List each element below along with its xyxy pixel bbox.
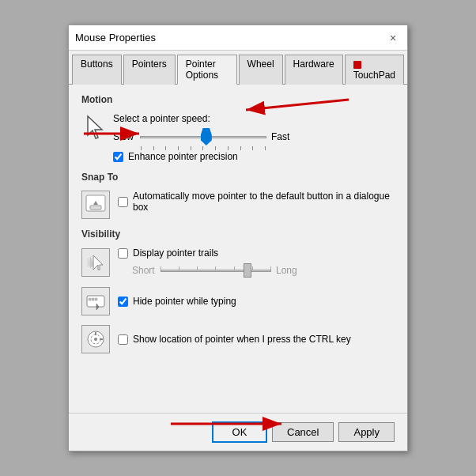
speed-slider-thumb[interactable] [201, 128, 212, 145]
speed-select-label: Select a pointer speed: [113, 113, 395, 124]
snap-to-label: Automatically move pointer to the defaul… [133, 191, 395, 213]
hide-typing-label: Hide pointer while typing [133, 296, 236, 307]
dialog-title: Mouse Properties [75, 32, 156, 43]
tab-pointers[interactable]: Pointers [123, 55, 176, 85]
show-ctrl-checkbox-row: Show location of pointer when I press th… [118, 334, 351, 345]
tab-hardware[interactable]: Hardware [285, 55, 343, 85]
tab-pointer-options[interactable]: Pointer Options [177, 55, 237, 85]
hide-typing-icon [81, 287, 110, 315]
show-ctrl-row: Show location of pointer when I press th… [81, 325, 395, 353]
snap-to-row: Automatically move pointer to the defaul… [81, 191, 395, 219]
tab-hardware-label: Hardware [293, 59, 334, 70]
svg-rect-13 [92, 298, 94, 300]
trails-checkbox[interactable] [118, 248, 128, 259]
short-label: Short [132, 265, 156, 276]
enhance-precision-checkbox[interactable] [113, 152, 123, 162]
svg-rect-12 [89, 298, 91, 300]
show-ctrl-icon [81, 325, 110, 353]
snap-to-title: Snap To [81, 172, 395, 183]
svg-marker-8 [93, 255, 103, 270]
fast-label: Fast [271, 131, 293, 142]
svg-rect-6 [90, 206, 101, 210]
long-label: Long [276, 265, 300, 276]
close-button[interactable]: × [385, 30, 401, 46]
hide-typing-checkbox[interactable] [118, 297, 128, 307]
trails-slider-thumb[interactable] [244, 263, 251, 278]
svg-point-18 [94, 338, 97, 341]
tab-buttons-label: Buttons [81, 59, 113, 70]
title-bar: Mouse Properties × [69, 25, 407, 51]
mouse-properties-dialog: Mouse Properties × Buttons Pointers Poin… [68, 25, 408, 451]
tab-wheel[interactable]: Wheel [239, 55, 283, 85]
motion-controls: Select a pointer speed: Slow [113, 113, 395, 162]
hide-typing-row: Hide pointer while typing [81, 287, 395, 315]
touchpad-icon [353, 61, 361, 69]
trails-icon [81, 248, 110, 277]
trails-slider-row: Short [132, 263, 300, 278]
show-ctrl-label: Show location of pointer when I press th… [133, 334, 351, 345]
visibility-title: Visibility [81, 229, 395, 240]
trails-slider[interactable] [161, 263, 271, 278]
motion-section-title: Motion [81, 94, 395, 105]
svg-marker-19 [95, 332, 96, 335]
speed-slider[interactable] [140, 129, 266, 145]
tab-buttons[interactable]: Buttons [72, 55, 122, 85]
dialog-footer: OK Cancel Apply [69, 413, 407, 451]
trails-row: Display pointer trails Short [81, 247, 395, 278]
tab-touchpad[interactable]: TouchPad [345, 55, 404, 85]
tab-touchpad-label: TouchPad [353, 70, 395, 81]
motion-cursor-icon [81, 113, 110, 142]
dialog-content: Motion Select a pointer speed: Slow [69, 85, 407, 413]
slow-label: Slow [113, 131, 135, 142]
svg-marker-9 [90, 257, 93, 268]
tab-wheel-label: Wheel [247, 59, 274, 70]
trails-controls: Display pointer trails Short [118, 247, 300, 278]
enhance-precision-row: Enhance pointer precision [113, 151, 395, 162]
tab-pointer-options-label: Pointer Options [186, 59, 218, 81]
svg-rect-11 [87, 296, 104, 307]
ok-button[interactable]: OK [212, 421, 267, 443]
show-ctrl-checkbox[interactable] [118, 334, 128, 345]
apply-button[interactable]: Apply [338, 422, 395, 442]
hide-typing-checkbox-row: Hide pointer while typing [118, 296, 236, 307]
trails-label: Display pointer trails [133, 247, 218, 259]
cancel-button[interactable]: Cancel [272, 422, 334, 442]
snap-to-section: Snap To Automatically move pointer to th… [81, 172, 395, 219]
snap-to-checkbox[interactable] [118, 197, 128, 207]
enhance-precision-label: Enhance pointer precision [128, 151, 238, 162]
svg-rect-14 [95, 298, 97, 300]
speed-slider-row: Slow [113, 129, 395, 145]
visibility-section: Visibility Display pointer trails [81, 229, 395, 353]
svg-marker-10 [88, 259, 90, 266]
snap-to-checkbox-row: Automatically move pointer to the defaul… [118, 191, 395, 213]
tab-pointers-label: Pointers [132, 59, 167, 70]
tab-bar: Buttons Pointers Pointer Options Wheel H… [69, 51, 407, 85]
motion-section: Motion Select a pointer speed: Slow [81, 94, 395, 162]
trails-checkbox-row: Display pointer trails [118, 247, 300, 259]
snap-to-icon [81, 191, 110, 219]
svg-marker-4 [88, 116, 102, 138]
svg-marker-20 [100, 338, 103, 340]
